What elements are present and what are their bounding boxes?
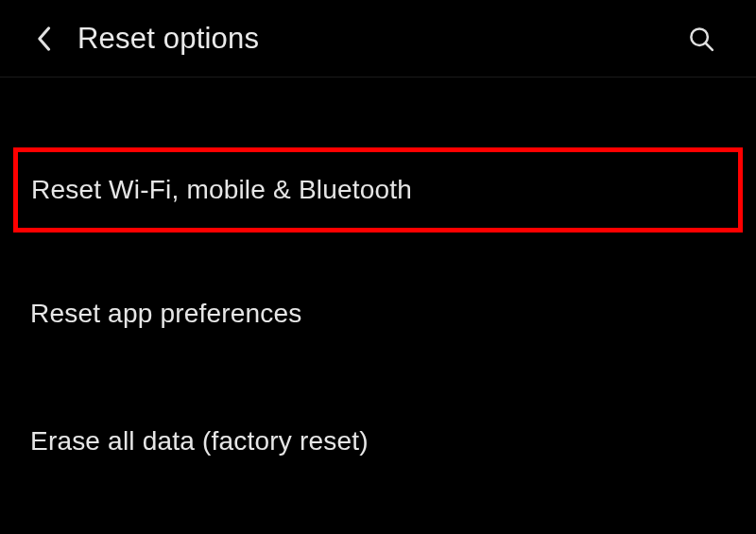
option-reset-wifi-mobile-bluetooth[interactable]: Reset Wi-Fi, mobile & Bluetooth (13, 147, 743, 233)
option-reset-app-preferences[interactable]: Reset app preferences (13, 272, 743, 355)
content-area: Reset Wi-Fi, mobile & Bluetooth Reset ap… (0, 78, 756, 483)
back-button[interactable] (26, 22, 60, 56)
svg-line-1 (706, 43, 713, 50)
option-erase-all-data[interactable]: Erase all data (factory reset) (13, 400, 743, 483)
page-title: Reset options (77, 22, 680, 56)
search-button[interactable] (680, 18, 722, 60)
chevron-left-icon (35, 26, 52, 52)
search-icon (687, 25, 715, 53)
header: Reset options (0, 0, 756, 78)
